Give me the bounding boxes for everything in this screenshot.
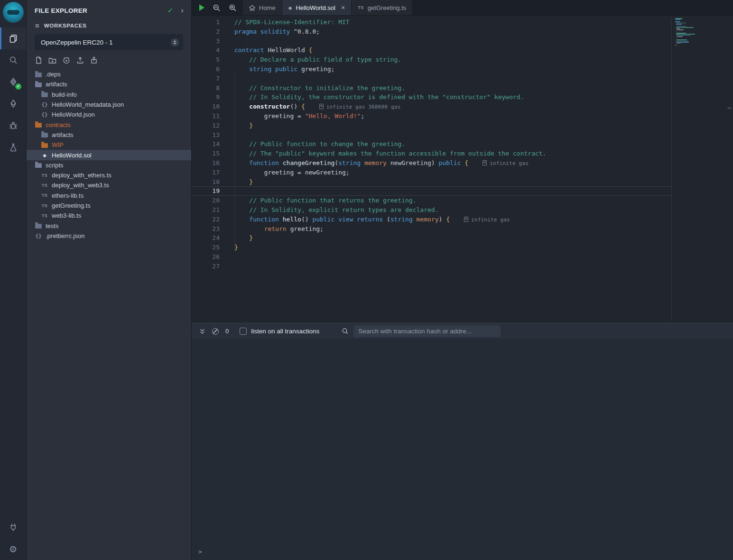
minimap[interactable] — [675, 18, 713, 49]
line-number[interactable]: 26 — [192, 252, 220, 262]
code-line[interactable]: 14 // Public function to change the gree… — [192, 139, 671, 149]
tree-item-contracts[interactable]: contracts — [27, 119, 191, 129]
tree-item-build-info[interactable]: build-info — [27, 90, 191, 100]
zoom-in-icon[interactable] — [229, 4, 237, 12]
line-number[interactable]: 6 — [192, 64, 220, 74]
line-number[interactable]: 2 — [192, 27, 220, 37]
line-number[interactable]: 27 — [192, 262, 220, 271]
tree-item-getgreeting-ts[interactable]: TSgetGreeting.ts — [27, 201, 191, 211]
code-line[interactable]: 23 return greeting; — [192, 224, 671, 234]
code-line[interactable]: 27 — [192, 262, 671, 271]
tree-item-helloworld-sol[interactable]: ◆HelloWorld.sol — [27, 150, 191, 160]
publish-icon[interactable] — [90, 56, 98, 64]
code-line[interactable]: 13 — [192, 130, 671, 140]
line-number[interactable]: 13 — [192, 130, 220, 140]
code-line[interactable]: 7 — [192, 74, 671, 83]
code-line[interactable]: 15 // The "public" keyword makes the fun… — [192, 149, 671, 158]
terminal-prompt[interactable]: > — [198, 548, 202, 555]
tree-item-deploy-with-web3-ts[interactable]: TSdeploy_with_web3.ts — [27, 180, 191, 190]
line-number[interactable]: 11 — [192, 111, 220, 121]
line-number[interactable]: 5 — [192, 55, 220, 64]
new-file-icon[interactable] — [35, 56, 42, 64]
line-number[interactable]: 4 — [192, 46, 220, 55]
deploy-run-icon[interactable] — [0, 93, 26, 115]
code-line[interactable]: 11 greeting = "Hello, World!"; — [192, 111, 671, 121]
code-line[interactable]: 19 — [192, 186, 671, 196]
code-line[interactable]: 25} — [192, 243, 671, 252]
tree-item-tests[interactable]: tests — [27, 220, 191, 230]
workspace-select[interactable]: OpenZeppelin ERC20 - 1 — [35, 34, 183, 50]
clear-console-icon[interactable] — [212, 328, 219, 335]
tree-item-helloworld-json[interactable]: {}HelloWorld.json — [27, 110, 191, 119]
code-line[interactable]: 22 function hello() public view returns … — [192, 215, 671, 224]
line-number[interactable]: 24 — [192, 233, 220, 243]
scrollbar-thumb[interactable] — [727, 107, 732, 109]
tab-helloworld-sol[interactable]: ◆HelloWorld.sol× — [282, 0, 352, 15]
upload-file-icon[interactable] — [76, 56, 84, 64]
code-line[interactable]: 24 } — [192, 233, 671, 243]
tree-item-helloworld-metadata-json[interactable]: {}HelloWorld_metadata.json — [27, 100, 191, 110]
code-editor[interactable]: 1// SPDX-License-Identifier: MIT2pragma … — [192, 16, 733, 323]
tab-getgreeting-ts[interactable]: TSgetGreeting.ts — [352, 0, 413, 15]
line-number[interactable]: 10 — [192, 102, 220, 111]
close-tab-icon[interactable]: × — [341, 5, 345, 10]
line-number[interactable]: 12 — [192, 121, 220, 130]
remix-logo[interactable] — [3, 2, 24, 23]
code-line[interactable]: 12 } — [192, 121, 671, 130]
line-number[interactable]: 9 — [192, 92, 220, 102]
debugger-icon[interactable] — [0, 115, 26, 137]
code-line[interactable]: 18 } — [192, 177, 671, 187]
chevron-right-icon[interactable]: › — [181, 8, 184, 13]
zoom-out-icon[interactable] — [213, 4, 221, 12]
line-number[interactable]: 18 — [192, 177, 220, 187]
tree-item-artifacts[interactable]: artifacts — [27, 79, 191, 89]
tree-item-artifacts[interactable]: artifacts — [27, 130, 191, 140]
new-folder-icon[interactable] — [48, 57, 56, 64]
line-number[interactable]: 20 — [192, 196, 220, 205]
line-number[interactable]: 22 — [192, 215, 220, 224]
tree-item--prettierrc-json[interactable]: {}.prettierrc.json — [27, 231, 191, 241]
tree-item-ethers-lib-ts[interactable]: TSethers-lib.ts — [27, 191, 191, 201]
terminal-body[interactable]: > — [192, 339, 733, 560]
tree-item--deps[interactable]: .deps — [27, 69, 191, 79]
line-number[interactable]: 1 — [192, 18, 220, 27]
line-number[interactable]: 17 — [192, 168, 220, 177]
tree-item-deploy-with-ethers-ts[interactable]: TSdeploy_with_ethers.ts — [27, 170, 191, 180]
line-number[interactable]: 23 — [192, 224, 220, 234]
collapse-terminal-icon[interactable] — [199, 328, 205, 335]
line-number[interactable]: 19 — [192, 186, 220, 196]
tree-item-web3-lib-ts[interactable]: TSweb3-lib.ts — [27, 211, 191, 220]
code-line[interactable]: 21 // In Solidity, explicit return types… — [192, 205, 671, 215]
code-line[interactable]: 2pragma solidity ^0.8.0; — [192, 27, 671, 37]
line-number[interactable]: 16 — [192, 158, 220, 168]
tree-item-scripts[interactable]: scripts — [27, 160, 191, 170]
code-line[interactable]: 20 // Public function that returns the g… — [192, 196, 671, 205]
code-line[interactable]: 4contract HelloWorld { — [192, 46, 671, 55]
line-number[interactable]: 8 — [192, 83, 220, 93]
code-line[interactable]: 1// SPDX-License-Identifier: MIT — [192, 18, 671, 27]
solidity-compiler-icon[interactable]: ✓ — [0, 71, 26, 93]
code-line[interactable]: 8 // Constructor to initialize the greet… — [192, 83, 671, 93]
code-line[interactable]: 26 — [192, 252, 671, 262]
search-icon[interactable] — [0, 49, 26, 71]
file-explorer-icon[interactable] — [0, 28, 26, 49]
line-number[interactable]: 15 — [192, 149, 220, 158]
settings-icon[interactable]: ⚙ — [0, 538, 26, 560]
line-number[interactable]: 25 — [192, 243, 220, 252]
code-line[interactable]: 6 string public greeting; — [192, 64, 671, 74]
code-line[interactable]: 10 constructor() {infinite gas 368600 ga… — [192, 102, 671, 111]
unit-testing-icon[interactable] — [0, 137, 26, 158]
tree-item-wip[interactable]: WIP — [27, 140, 191, 150]
run-script-icon[interactable] — [199, 4, 204, 11]
code-line[interactable]: 3 — [192, 37, 671, 46]
line-number[interactable]: 14 — [192, 139, 220, 149]
tab-home[interactable]: Home — [243, 0, 282, 15]
plugin-manager-icon[interactable] — [0, 516, 26, 538]
line-number[interactable]: 7 — [192, 74, 220, 83]
code-line[interactable]: 5 // Declare a public field of type stri… — [192, 55, 671, 64]
code-line[interactable]: 9 // In Solidity, the constructor is def… — [192, 92, 671, 102]
listen-transactions-checkbox[interactable] — [240, 328, 247, 335]
line-number[interactable]: 21 — [192, 205, 220, 215]
github-icon[interactable] — [63, 56, 70, 64]
transaction-search-input[interactable] — [353, 325, 501, 337]
